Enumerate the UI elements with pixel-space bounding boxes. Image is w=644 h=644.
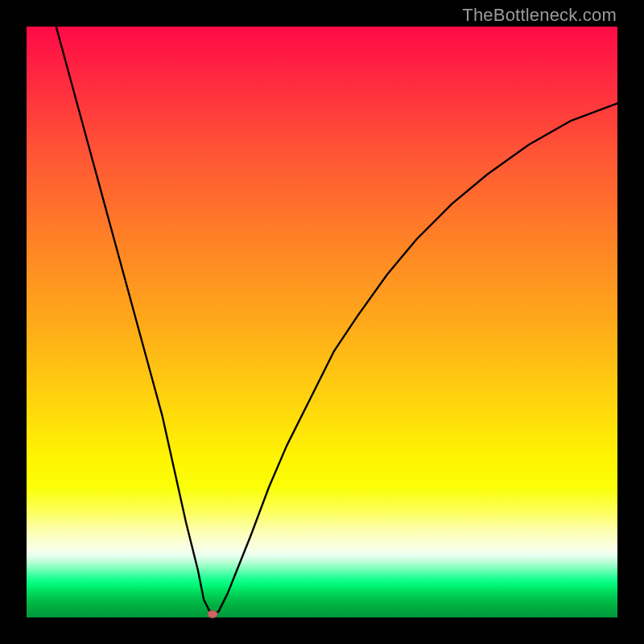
watermark-text: TheBottleneck.com (462, 5, 617, 26)
chart-curve (27, 27, 617, 617)
chart-plot-area (27, 27, 617, 617)
chart-marker-dot (208, 610, 218, 618)
